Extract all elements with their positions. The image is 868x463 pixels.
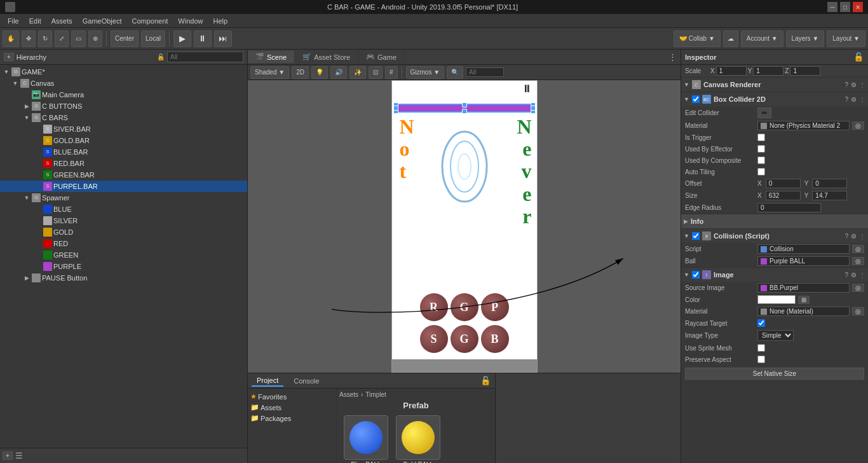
shading-btn[interactable]: Shaded ▼ (250, 66, 289, 79)
fx-btn[interactable]: ✨ (349, 66, 366, 79)
account-btn[interactable]: Account ▼ (741, 31, 783, 47)
menu-gameobject[interactable]: GameObject (78, 16, 127, 26)
offset-x-input[interactable] (766, 179, 801, 188)
used-by-effector-check[interactable] (757, 145, 765, 153)
tree-item-purpelbar[interactable]: S PURPEL.BAR (0, 181, 247, 192)
tree-item-silverbar[interactable]: S SIVER.BAR (0, 123, 247, 135)
preserve-aspect-check[interactable] (757, 356, 765, 363)
edge-radius-input[interactable] (757, 203, 821, 212)
offset-y-input[interactable] (812, 179, 847, 188)
scale-tool[interactable]: ⤢ (55, 31, 69, 47)
canvas-renderer-help-btn[interactable]: ? (844, 81, 848, 88)
tree-item-bluebar[interactable]: S BLUE.BAR (0, 146, 247, 158)
hierarchy-filter-btn[interactable]: ☰ (15, 451, 23, 460)
tab-console[interactable]: Console (288, 376, 324, 386)
rotate-tool[interactable]: ↻ (38, 31, 52, 47)
image-material-field[interactable]: None (Material) (757, 307, 850, 316)
box-collider-menu-btn[interactable]: ⋮ (859, 96, 865, 103)
tree-item-pausebutton[interactable]: ▶ PAUSE Button (0, 272, 247, 284)
tree-item-greenbar[interactable]: S GREEN.BAR (0, 169, 247, 181)
hierarchy-lock-btn[interactable]: 🔓 (157, 53, 165, 60)
move-tool[interactable]: ✥ (22, 31, 36, 47)
prefab-gold-ball[interactable]: Gold BALL (394, 415, 442, 463)
scale-y-input[interactable] (753, 66, 783, 76)
hierarchy-search[interactable] (167, 52, 243, 62)
used-by-composite-check[interactable] (757, 156, 765, 164)
use-sprite-mesh-check[interactable] (757, 344, 765, 352)
step-btn[interactable]: ⏭ (214, 31, 232, 47)
rect-tool[interactable]: ▭ (71, 31, 86, 47)
tab-project[interactable]: Project (252, 375, 283, 387)
tree-item-maincamera[interactable]: 📷 Main Camera (0, 89, 247, 100)
menu-help[interactable]: Help (208, 16, 233, 26)
hierarchy-add-btn[interactable]: + (4, 53, 14, 61)
tree-item-game[interactable]: ▼ G GAME* (0, 66, 247, 78)
tree-item-redbar[interactable]: S RED.BAR (0, 158, 247, 169)
close-btn[interactable]: ✕ (853, 2, 863, 12)
scene-more-btn[interactable]: ⋮ (665, 52, 681, 62)
canvas-renderer-settings-btn[interactable]: ⚙ (851, 81, 857, 88)
source-image-field[interactable]: BB.Purpel (757, 283, 850, 293)
maximize-btn[interactable]: □ (840, 2, 850, 12)
layout-btn[interactable]: Layout ▼ (827, 31, 865, 47)
tree-item-canvas[interactable]: ▼ C Canvas (0, 78, 247, 89)
scale-z-input[interactable] (790, 66, 820, 76)
raycast-target-check[interactable] (757, 319, 765, 327)
size-y-input[interactable] (812, 191, 847, 200)
scene-icon-btn[interactable]: ⊡ (369, 66, 383, 79)
tree-item-silver[interactable]: SILVER (0, 215, 247, 226)
ball-select-btn[interactable]: ◎ (852, 257, 864, 265)
size-x-input[interactable] (766, 191, 801, 200)
image-menu-btn[interactable]: ⋮ (859, 272, 865, 279)
local-btn[interactable]: Local (141, 31, 165, 47)
script-select-btn[interactable]: ◎ (852, 245, 864, 253)
collision-enable[interactable] (692, 232, 700, 240)
center-btn[interactable]: Center (111, 31, 139, 47)
breadcrumb-timplet[interactable]: Timplet (365, 391, 386, 398)
menu-file[interactable]: File (3, 16, 24, 26)
2d-btn[interactable]: 2D (292, 66, 309, 79)
inspector-lock-btn[interactable]: 🔓 (853, 52, 864, 62)
sidebar-favorites[interactable]: ★ Favorites (250, 391, 334, 402)
grid-btn[interactable]: # (385, 66, 398, 79)
native-size-btn[interactable]: Set Native Size (685, 368, 864, 380)
collision-help-btn[interactable]: ? (844, 233, 848, 240)
project-lock-btn[interactable]: 🔓 (480, 376, 491, 385)
tree-item-green[interactable]: GREEN (0, 249, 247, 261)
color-swatch[interactable] (757, 295, 796, 304)
menu-edit[interactable]: Edit (24, 16, 46, 26)
tab-scene[interactable]: 🎬 Scene (248, 51, 295, 63)
search-btn[interactable]: 🔍 (447, 66, 463, 79)
tree-item-cbuttons[interactable]: ▶ G C BUTTONS (0, 100, 247, 112)
transform-tool[interactable]: ⊕ (88, 31, 102, 47)
gizmos-btn[interactable]: Gizmos ▼ (406, 66, 445, 79)
tree-item-cbars[interactable]: ▼ G C BARS (0, 112, 247, 123)
edit-collider-btn[interactable]: ✏ (757, 107, 771, 118)
light-btn[interactable]: 💡 (311, 66, 328, 79)
tree-item-gold[interactable]: GOLD (0, 226, 247, 238)
script-field[interactable]: Collision (757, 244, 850, 254)
breadcrumb-assets[interactable]: Assets (339, 391, 358, 398)
hand-tool[interactable]: ✋ (3, 31, 19, 47)
ball-field[interactable]: Purple BALL (757, 256, 850, 266)
collab-btn[interactable]: 🤝 Collab ▼ (674, 31, 721, 47)
tree-item-blue[interactable]: BLUE (0, 204, 247, 215)
material-field[interactable]: None (Physics Material 2 (757, 121, 850, 130)
tab-assetstore[interactable]: 🛒 Asset Store (295, 51, 358, 63)
tree-item-spawner[interactable]: ▼ G Spawner (0, 192, 247, 204)
hierarchy-add-bottom[interactable]: + (3, 452, 13, 460)
pause-btn[interactable]: ⏸ (194, 31, 212, 47)
source-image-select-btn[interactable]: ◎ (852, 284, 864, 292)
image-material-select-btn[interactable]: ◎ (852, 307, 864, 315)
menu-window[interactable]: Window (173, 16, 208, 26)
scale-x-input[interactable] (716, 66, 747, 76)
auto-tiling-check[interactable] (757, 168, 765, 176)
collision-menu-btn[interactable]: ⋮ (859, 233, 865, 240)
collision-settings-btn[interactable]: ⚙ (851, 233, 857, 240)
image-help-btn[interactable]: ? (844, 272, 848, 279)
tree-item-goldbar[interactable]: S GOLD.BAR (0, 135, 247, 146)
prefab-blue-ball[interactable]: Blue BALL (342, 415, 390, 463)
tab-game[interactable]: 🎮 Game (358, 51, 405, 63)
is-trigger-check[interactable] (757, 134, 765, 141)
box-collider-settings-btn[interactable]: ⚙ (851, 96, 857, 103)
